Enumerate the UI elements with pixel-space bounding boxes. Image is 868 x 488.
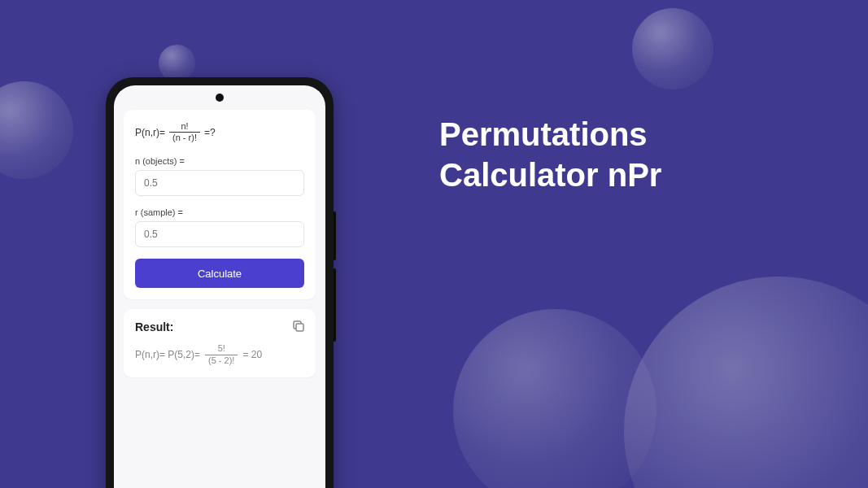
result-numerator: 5! [215, 343, 229, 354]
r-label: r (sample) = [135, 207, 304, 217]
result-fraction: 5! (5 - 2)! [205, 343, 238, 365]
n-input[interactable] [135, 170, 304, 196]
calculator-card: P(n,r)= n! (n - r)! =? n (objects) = r (… [124, 110, 316, 299]
r-input[interactable] [135, 221, 304, 247]
result-prefix: P(n,r)= P(5,2)= [135, 349, 200, 360]
page-title-line2: Calculator nPr [439, 155, 661, 195]
result-denominator: (5 - 2)! [205, 355, 238, 366]
decorative-sphere [0, 81, 73, 179]
result-card: Result: P(n,r)= P(5,2)= 5! (5 - 2)! = 20 [124, 309, 316, 377]
app-content: P(n,r)= n! (n - r)! =? n (objects) = r (… [114, 85, 325, 387]
formula-display: P(n,r)= n! (n - r)! =? [135, 121, 304, 143]
result-formula: P(n,r)= P(5,2)= 5! (5 - 2)! = 20 [135, 343, 304, 365]
phone-frame: P(n,r)= n! (n - r)! =? n (objects) = r (… [106, 77, 334, 488]
svg-rect-0 [296, 324, 303, 331]
formula-prefix: P(n,r)= [135, 127, 165, 138]
result-heading: Result: [135, 320, 304, 333]
camera-dot [216, 94, 224, 102]
phone-screen: P(n,r)= n! (n - r)! =? n (objects) = r (… [114, 85, 325, 488]
decorative-sphere [624, 277, 868, 488]
decorative-sphere [632, 8, 713, 89]
formula-suffix: =? [204, 127, 216, 138]
page-title-line1: Permutations [439, 114, 661, 155]
decorative-sphere [159, 45, 195, 81]
n-label: n (objects) = [135, 156, 304, 166]
formula-fraction: n! (n - r)! [169, 121, 200, 143]
formula-denominator: (n - r)! [169, 132, 200, 143]
copy-icon[interactable] [291, 319, 306, 333]
formula-numerator: n! [177, 121, 191, 132]
result-value: = 20 [242, 349, 262, 360]
page-title: Permutations Calculator nPr [439, 114, 661, 195]
decorative-sphere [453, 309, 656, 488]
calculate-button[interactable]: Calculate [135, 259, 304, 288]
